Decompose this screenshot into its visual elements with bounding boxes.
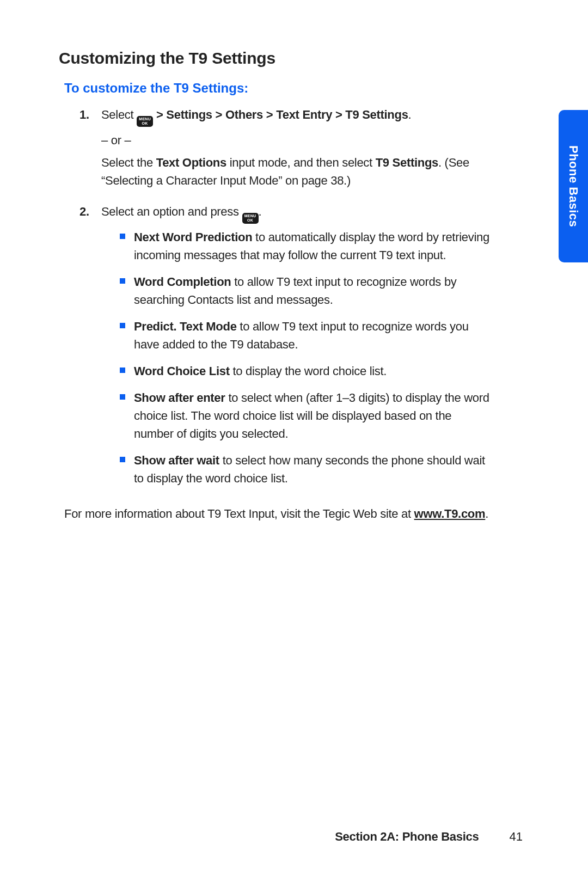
text: For more information about T9 Text Input… (64, 507, 414, 520)
more-info-paragraph: For more information about T9 Text Input… (64, 505, 493, 523)
step-1: 1. Select MENUOK > Settings > Others > T… (79, 106, 493, 194)
key-line1: MENU (244, 214, 256, 218)
nav-path: > Settings > Others > Text Entry > T9 Se… (153, 108, 408, 121)
text: input mode, and then select (226, 156, 376, 169)
menu-ok-key-icon: MENUOK (137, 116, 153, 127)
option-name: Next Word Prediction (134, 230, 252, 244)
text: Select an option and press (101, 205, 242, 218)
text-bold: T9 Settings (376, 156, 438, 169)
step-2-line-1: Select an option and press MENUOK. (101, 203, 493, 224)
footer-page-number: 41 (510, 830, 523, 843)
list-item: Next Word Prediction to automatically di… (120, 228, 493, 264)
text: . (485, 507, 488, 520)
section-thumb-tab: Phone Basics (559, 110, 588, 262)
steps-list: 1. Select MENUOK > Settings > Others > T… (79, 106, 493, 496)
option-name: Word Choice List (134, 364, 230, 378)
or-separator: – or – (101, 131, 493, 149)
manual-page: Phone Basics Customizing the T9 Settings… (0, 0, 588, 882)
list-item: Show after enter to select when (after 1… (120, 389, 493, 443)
text: . (408, 108, 412, 121)
page-title: Customizing the T9 Settings (59, 49, 493, 68)
list-item: Predict. Text Mode to allow T9 text inpu… (120, 317, 493, 353)
option-bullets: Next Word Prediction to automatically di… (120, 228, 493, 487)
step-body: Select MENUOK > Settings > Others > Text… (101, 106, 493, 194)
key-line2: OK (247, 218, 253, 223)
step-1-line-1: Select MENUOK > Settings > Others > Text… (101, 106, 493, 127)
text: Select (101, 108, 137, 121)
list-item: Word Choice List to display the word cho… (120, 362, 493, 380)
step-body: Select an option and press MENUOK. Next … (101, 203, 493, 496)
page-content: Customizing the T9 Settings To customize… (59, 49, 523, 523)
step-number: 1. (79, 106, 101, 194)
text: . (259, 205, 262, 218)
option-name: Show after enter (134, 391, 225, 405)
list-item: Word Completion to allow T9 text input t… (120, 273, 493, 309)
option-desc: to display the word choice list. (230, 364, 387, 378)
option-name: Show after wait (134, 454, 219, 467)
option-name: Predict. Text Mode (134, 320, 237, 333)
menu-ok-key-icon: MENUOK (242, 213, 259, 224)
key-line2: OK (142, 121, 148, 126)
text-bold: Text Options (156, 156, 226, 169)
footer-section: Section 2A: Phone Basics (335, 830, 479, 843)
key-line1: MENU (139, 117, 151, 121)
list-item: Show after wait to select how many secon… (120, 451, 493, 487)
thumb-tab-label: Phone Basics (566, 145, 580, 227)
option-name: Word Completion (134, 275, 231, 289)
step-1-line-2: Select the Text Options input mode, and … (101, 154, 493, 189)
text: Select the (101, 156, 156, 169)
step-number: 2. (79, 203, 101, 496)
step-2: 2. Select an option and press MENUOK. Ne… (79, 203, 493, 496)
page-subtitle: To customize the T9 Settings: (64, 81, 493, 96)
external-link[interactable]: www.T9.com (414, 507, 486, 520)
page-footer: Section 2A: Phone Basics 41 (335, 830, 523, 844)
